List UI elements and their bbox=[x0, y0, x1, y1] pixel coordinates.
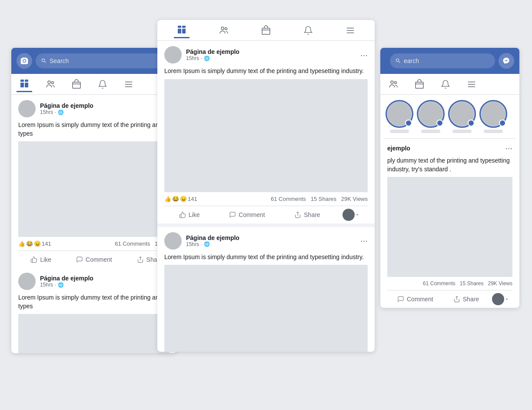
card-center: Página de ejemplo 15hrs · 🌐 ··· Lorem Ip… bbox=[157, 20, 375, 352]
post-avatar bbox=[18, 100, 36, 117]
right-nav-notifications[interactable] bbox=[438, 77, 453, 92]
story-label-1 bbox=[390, 130, 409, 133]
post-time: 15hrs · 🌐 bbox=[40, 109, 158, 115]
nav-menu-icon[interactable] bbox=[121, 77, 136, 92]
post2-image bbox=[18, 314, 170, 353]
right-nav-marketplace[interactable] bbox=[412, 77, 427, 92]
reactions-count: 141 bbox=[42, 240, 51, 247]
card-left: Search Página de ejemplo 15hrs · bbox=[11, 48, 176, 353]
center-reaction-icons: 👍 😂 😠 141 bbox=[164, 196, 197, 202]
post2-privacy-icon: 🌐 bbox=[58, 282, 64, 288]
center-share-button[interactable]: Share bbox=[287, 208, 327, 222]
right-nav-friends[interactable] bbox=[386, 77, 401, 92]
right-post-reactions: 61 Comments 15 Shares 29K Views bbox=[387, 277, 512, 290]
svg-rect-0 bbox=[20, 80, 24, 82]
center-post2-meta: Página de ejemplo 15hrs · 🌐 bbox=[186, 234, 356, 247]
center-nav-menu[interactable] bbox=[342, 23, 358, 38]
center-post1-actions: Like Comment Share bbox=[164, 206, 368, 223]
nav-friends-icon[interactable] bbox=[43, 77, 58, 92]
story-item-1[interactable] bbox=[386, 100, 413, 133]
center-angry-emoji: 😠 bbox=[180, 196, 187, 202]
nav-marketplace-icon[interactable] bbox=[69, 77, 84, 92]
like-emoji: 👍 bbox=[18, 240, 25, 247]
right-search-bar[interactable]: earch bbox=[390, 53, 495, 68]
card-right: earch bbox=[380, 48, 519, 308]
post2-text: Lorem Ipsum is simply dummy text of the … bbox=[18, 293, 170, 310]
right-share-button[interactable]: Share bbox=[446, 292, 486, 306]
center-like-button[interactable]: Like bbox=[172, 208, 207, 222]
camera-icon bbox=[17, 53, 32, 69]
svg-point-25 bbox=[225, 27, 227, 30]
svg-rect-26 bbox=[262, 28, 270, 34]
center-reactions-count: 141 bbox=[188, 196, 197, 202]
post2-page-name[interactable]: Página de ejemplo bbox=[40, 275, 170, 282]
nav-feed-icon[interactable] bbox=[17, 77, 32, 92]
story-circle-4 bbox=[479, 100, 507, 128]
svg-rect-1 bbox=[25, 80, 28, 82]
comment-button[interactable]: Comment bbox=[69, 253, 119, 267]
svg-rect-20 bbox=[178, 26, 181, 28]
story-item-3[interactable] bbox=[448, 100, 476, 133]
nav-notifications-icon[interactable] bbox=[95, 77, 110, 92]
center-post1-meta: Página de ejemplo 15hrs · 🌐 bbox=[186, 48, 356, 61]
right-post-actions: Comment Share bbox=[387, 290, 512, 308]
messenger-icon[interactable] bbox=[499, 53, 514, 69]
story-item-4[interactable] bbox=[479, 100, 507, 133]
center-nav-friends[interactable] bbox=[216, 23, 232, 38]
center-post1-image bbox=[164, 79, 368, 192]
svg-point-4 bbox=[48, 81, 50, 83]
center-post2-page-name[interactable]: Página de ejemplo bbox=[186, 234, 356, 241]
right-header: earch bbox=[380, 48, 519, 74]
center-post1-avatar bbox=[164, 46, 182, 63]
post2-avatar bbox=[18, 273, 36, 290]
right-post-more[interactable]: ··· bbox=[505, 143, 512, 153]
story-circle-1 bbox=[386, 100, 413, 128]
like-button[interactable]: Like bbox=[23, 253, 58, 267]
svg-point-5 bbox=[52, 81, 54, 83]
svg-rect-14 bbox=[416, 82, 423, 88]
center-post2-avatar bbox=[164, 232, 182, 250]
post-page-name[interactable]: Página de ejemplo bbox=[40, 102, 158, 109]
post-meta: Página de ejemplo 15hrs · 🌐 bbox=[40, 102, 158, 115]
center-nav bbox=[157, 20, 375, 41]
right-post-text: ply dummy text of the printing and types… bbox=[387, 157, 512, 173]
dropdown-dot bbox=[492, 293, 504, 305]
post-actions: Like Comment Sha bbox=[18, 251, 170, 268]
svg-rect-6 bbox=[73, 82, 80, 88]
right-engagement-stats: 61 Comments 15 Shares 29K Views bbox=[423, 280, 512, 287]
right-post-page-name[interactable]: ejemplo bbox=[387, 145, 501, 152]
post-image bbox=[18, 141, 170, 237]
center-dropdown[interactable] bbox=[342, 208, 360, 222]
right-post-1: ejemplo ··· ply dummy text of the printi… bbox=[380, 139, 519, 308]
right-nav-menu[interactable] bbox=[464, 77, 479, 92]
story-circle-2 bbox=[417, 100, 445, 128]
svg-rect-2 bbox=[20, 83, 24, 87]
story-label-4 bbox=[484, 130, 503, 133]
center-nav-marketplace[interactable] bbox=[258, 23, 274, 38]
post-separator bbox=[157, 223, 375, 227]
svg-point-24 bbox=[221, 27, 224, 30]
center-nav-feed[interactable] bbox=[174, 23, 190, 38]
center-dropdown-dot bbox=[342, 209, 355, 221]
center-post2-privacy: 🌐 bbox=[204, 241, 210, 247]
center-post1-more[interactable]: ··· bbox=[360, 50, 368, 60]
haha-emoji: 😂 bbox=[26, 240, 33, 247]
right-nav bbox=[380, 74, 519, 95]
center-post1-page-name[interactable]: Página de ejemplo bbox=[186, 48, 356, 55]
center-nav-notifications[interactable] bbox=[300, 23, 316, 38]
right-dropdown[interactable] bbox=[492, 292, 509, 306]
left-search-bar[interactable]: Search bbox=[36, 53, 171, 68]
center-post2-time: 15hrs · 🌐 bbox=[186, 241, 356, 247]
center-post1-time: 15hrs · 🌐 bbox=[186, 55, 356, 61]
story-circle-3 bbox=[448, 100, 476, 128]
angry-emoji: 😠 bbox=[34, 240, 41, 247]
left-post-1: Página de ejemplo 15hrs · 🌐 ··· Lorem Ip… bbox=[11, 95, 176, 268]
center-post-1: Página de ejemplo 15hrs · 🌐 ··· Lorem Ip… bbox=[157, 41, 375, 223]
svg-rect-3 bbox=[25, 83, 28, 87]
right-comment-button[interactable]: Comment bbox=[390, 292, 440, 306]
center-post2-more[interactable]: ··· bbox=[360, 236, 368, 246]
story-item-2[interactable] bbox=[417, 100, 445, 133]
privacy-icon: 🌐 bbox=[58, 110, 64, 115]
center-comment-button[interactable]: Comment bbox=[222, 208, 272, 222]
right-search-label: earch bbox=[404, 57, 419, 64]
